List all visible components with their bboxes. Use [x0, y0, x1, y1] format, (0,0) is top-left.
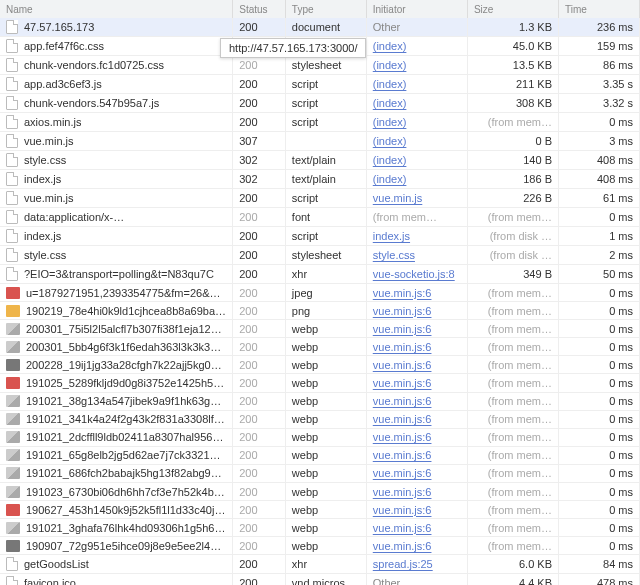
cell-initiator[interactable]: (index)	[366, 151, 467, 170]
cell-name[interactable]: index.js	[0, 227, 233, 246]
cell-name[interactable]: 191021_3ghafa76lhk4hd09306h1g5h6li22_…	[0, 519, 233, 537]
initiator-text[interactable]: index.js	[373, 230, 410, 242]
table-row[interactable]: 190219_78e4hi0k9ld1cjhcea8b8a69bajjl_18……	[0, 302, 640, 320]
initiator-text[interactable]: vue.min.js:6	[373, 359, 432, 371]
initiator-text[interactable]: (index)	[373, 59, 407, 71]
initiator-text[interactable]: vue-socketio.js:8	[373, 268, 455, 280]
table-row[interactable]: 191023_6730bi06dh6hh7cf3e7h52k4b8gc5…200…	[0, 483, 640, 501]
table-row[interactable]: chunk-vendors.fc1d0725.css200stylesheet(…	[0, 56, 640, 75]
table-row[interactable]: getGoodsList200xhrspread.js:256.0 KB84 m…	[0, 555, 640, 574]
table-row[interactable]: 191021_686fch2babajk5hg13f82abg9974b…200…	[0, 464, 640, 482]
table-row[interactable]: favicon.ico200vnd.micros…Other4.4 KB478 …	[0, 574, 640, 585]
initiator-text[interactable]: vue.min.js:6	[373, 395, 432, 407]
cell-name[interactable]: vue.min.js	[0, 189, 233, 208]
initiator-text[interactable]: (index)	[373, 173, 407, 185]
initiator-text[interactable]: vue.min.js:6	[373, 504, 432, 516]
cell-initiator[interactable]: vue.min.js:6	[366, 284, 467, 302]
cell-initiator[interactable]: vue.min.js:6	[366, 446, 467, 464]
table-row[interactable]: 200301_75i5l2l5alcfl7b307fi38f1eja12_112…	[0, 320, 640, 338]
initiator-text[interactable]: vue.min.js:6	[373, 540, 432, 552]
cell-initiator[interactable]: vue.min.js:6	[366, 392, 467, 410]
initiator-text[interactable]: vue.min.js:6	[373, 323, 432, 335]
table-row[interactable]: data:application/x-…200font(from mem…(fr…	[0, 208, 640, 227]
table-row[interactable]: 191021_2dcffll9ldb02411a8307hal95676_1…2…	[0, 428, 640, 446]
cell-initiator[interactable]: style.css	[366, 246, 467, 265]
cell-name[interactable]: 47.57.165.173	[0, 18, 233, 37]
cell-name[interactable]: 200301_5bb4g6f3k1f6edah363l3k3k3216a_…	[0, 338, 233, 356]
table-header[interactable]: Name Status Type Initiator Size Time	[0, 0, 640, 18]
initiator-text[interactable]: style.css	[373, 249, 415, 261]
cell-name[interactable]: app.fef47f6c.css	[0, 37, 233, 56]
table-row[interactable]: ?EIO=3&transport=polling&t=N83qu7C200xhr…	[0, 265, 640, 284]
cell-name[interactable]: app.ad3c6ef3.js	[0, 75, 233, 94]
cell-initiator[interactable]: index.js	[366, 227, 467, 246]
cell-name[interactable]: style.css	[0, 246, 233, 265]
table-row[interactable]: 191021_3ghafa76lhk4hd09306h1g5h6li22_…20…	[0, 519, 640, 537]
cell-name[interactable]: 191025_5289fkljd9d0g8i3752e1425h5k5j_1…	[0, 374, 233, 392]
table-row[interactable]: 191021_65g8elb2jg5d62ae7j7ck332123b97…20…	[0, 446, 640, 464]
header-type[interactable]: Type	[285, 0, 366, 18]
cell-name[interactable]: 190219_78e4hi0k9ld1cjhcea8b8a69bajjl_18…	[0, 302, 233, 320]
cell-initiator[interactable]: Other	[366, 18, 467, 37]
cell-name[interactable]: 191023_6730bi06dh6hh7cf3e7h52k4b8gc5…	[0, 483, 233, 501]
cell-name[interactable]: 191021_686fch2babajk5hg13f82abg9974b…	[0, 464, 233, 482]
cell-initiator[interactable]: (index)	[366, 113, 467, 132]
table-row[interactable]: style.css302text/plain(index)140 B408 ms	[0, 151, 640, 170]
table-row[interactable]: style.css200stylesheetstyle.css(from dis…	[0, 246, 640, 265]
initiator-text[interactable]: vue.min.js:6	[373, 522, 432, 534]
cell-initiator[interactable]: vue.min.js:6	[366, 483, 467, 501]
cell-initiator[interactable]: vue.min.js:6	[366, 302, 467, 320]
table-row[interactable]: chunk-vendors.547b95a7.js200script(index…	[0, 94, 640, 113]
table-row[interactable]: u=1879271951,2393354775&fm=26&gp=…200jpe…	[0, 284, 640, 302]
table-row[interactable]: axios.min.js200script(index)(from mem…0 …	[0, 113, 640, 132]
header-initiator[interactable]: Initiator	[366, 0, 467, 18]
cell-name[interactable]: 191021_341k4a24f2g43k2f831a3308lfb3e_…	[0, 410, 233, 428]
cell-initiator[interactable]: Other	[366, 574, 467, 585]
table-row[interactable]: 190627_453h1450k9j52k5fl1l1d33c40j5a_1…2…	[0, 501, 640, 519]
cell-name[interactable]: index.js	[0, 170, 233, 189]
cell-name[interactable]: favicon.ico	[0, 574, 233, 585]
initiator-text[interactable]: (index)	[373, 78, 407, 90]
cell-name[interactable]: data:application/x-…	[0, 208, 233, 227]
cell-initiator[interactable]: (index)	[366, 37, 467, 56]
table-row[interactable]: 200301_5bb4g6f3k1f6edah363l3k3k3216a_…20…	[0, 338, 640, 356]
cell-name[interactable]: 200301_75i5l2l5alcfl7b307fi38f1eja12_112…	[0, 320, 233, 338]
cell-initiator[interactable]: vue.min.js:6	[366, 410, 467, 428]
cell-name[interactable]: 191021_65g8elb2jg5d62ae7j7ck332123b97…	[0, 446, 233, 464]
initiator-text[interactable]: (index)	[373, 40, 407, 52]
header-time[interactable]: Time	[559, 0, 640, 18]
cell-initiator[interactable]: (index)	[366, 75, 467, 94]
cell-initiator[interactable]: vue.min.js:6	[366, 537, 467, 555]
initiator-text[interactable]: (index)	[373, 154, 407, 166]
cell-name[interactable]: 191021_2dcffll9ldb02411a8307hal95676_1…	[0, 428, 233, 446]
initiator-text[interactable]: vue.min.js:6	[373, 305, 432, 317]
cell-initiator[interactable]: (index)	[366, 132, 467, 151]
table-row[interactable]: index.js302text/plain(index)186 B408 ms	[0, 170, 640, 189]
cell-name[interactable]: 200228_19ij1jg33a28cfgh7k22ajj5kg0b3_1…	[0, 356, 233, 374]
table-row[interactable]: index.js200scriptindex.js(from disk …1 m…	[0, 227, 640, 246]
initiator-text[interactable]: vue.min.js:6	[373, 413, 432, 425]
cell-initiator[interactable]: (index)	[366, 56, 467, 75]
cell-initiator[interactable]: vue.min.js:6	[366, 320, 467, 338]
cell-initiator[interactable]: vue.min.js:6	[366, 338, 467, 356]
initiator-text[interactable]: vue.min.js:6	[373, 287, 432, 299]
cell-name[interactable]: vue.min.js	[0, 132, 233, 151]
cell-name[interactable]: chunk-vendors.fc1d0725.css	[0, 56, 233, 75]
cell-name[interactable]: style.css	[0, 151, 233, 170]
table-row[interactable]: vue.min.js200scriptvue.min.js226 B61 ms	[0, 189, 640, 208]
initiator-text[interactable]: vue.min.js:6	[373, 377, 432, 389]
initiator-text[interactable]: vue.min.js:6	[373, 467, 432, 479]
initiator-text[interactable]: vue.min.js:6	[373, 341, 432, 353]
cell-name[interactable]: chunk-vendors.547b95a7.js	[0, 94, 233, 113]
cell-initiator[interactable]: vue.min.js:6	[366, 374, 467, 392]
initiator-text[interactable]: (index)	[373, 116, 407, 128]
table-row[interactable]: 47.57.165.173200documentOther1.3 KB236 m…	[0, 18, 640, 37]
cell-name[interactable]: axios.min.js	[0, 113, 233, 132]
table-row[interactable]: 191021_341k4a24f2g43k2f831a3308lfb3e_…20…	[0, 410, 640, 428]
header-name[interactable]: Name	[0, 0, 233, 18]
initiator-text[interactable]: vue.min.js:6	[373, 431, 432, 443]
cell-initiator[interactable]: (from mem…	[366, 208, 467, 227]
table-row[interactable]: vue.min.js307(index)0 B3 ms	[0, 132, 640, 151]
cell-name[interactable]: 190627_453h1450k9j52k5fl1l1d33c40j5a_1…	[0, 501, 233, 519]
initiator-text[interactable]: (index)	[373, 97, 407, 109]
